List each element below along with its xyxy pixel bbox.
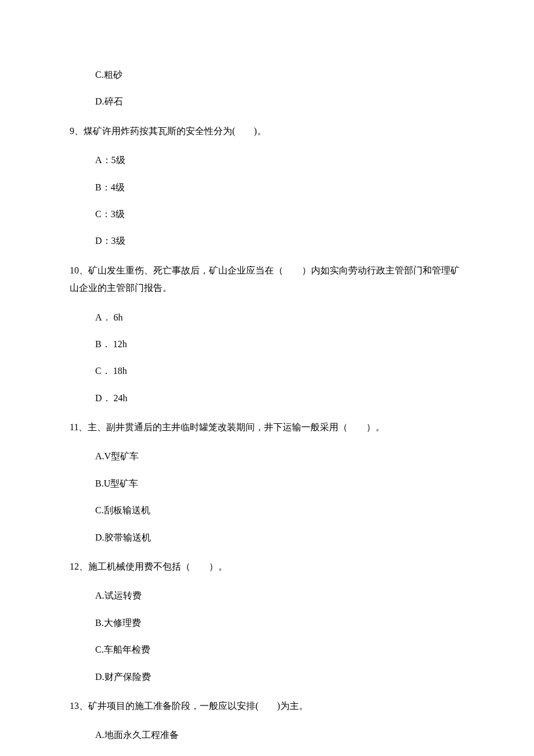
question-9-option-a: A：5级 bbox=[70, 154, 464, 167]
question-10-option-d: D． 24h bbox=[70, 392, 464, 405]
question-12-option-a: A.试运转费 bbox=[70, 589, 464, 602]
question-12-option-c: C.车船年检费 bbox=[70, 643, 464, 656]
question-11-option-b: B.U型矿车 bbox=[70, 477, 464, 490]
question-10-option-c: C． 18h bbox=[70, 365, 464, 377]
question-8-option-d: D.碎石 bbox=[70, 95, 464, 108]
question-9-option-b: B：4级 bbox=[70, 181, 464, 194]
question-12-option-d: D.财产保险费 bbox=[70, 671, 464, 683]
question-9-option-c: C：3级 bbox=[70, 208, 464, 221]
question-9-option-d: D：3级 bbox=[70, 235, 464, 247]
question-10-option-a: A． 6h bbox=[70, 311, 464, 324]
question-9-text: 9、煤矿许用炸药按其瓦斯的安全性分为( )。 bbox=[70, 123, 464, 140]
question-11-option-c: C.刮板输送机 bbox=[70, 504, 464, 517]
question-11-option-a: A.V型矿车 bbox=[70, 450, 464, 463]
question-10-option-b: B． 12h bbox=[70, 338, 464, 351]
question-8-option-c: C.粗砂 bbox=[70, 69, 464, 81]
question-10-text: 10、矿山发生重伤、死亡事故后，矿山企业应当在（ ）内如实向劳动行政主管部门和管… bbox=[70, 262, 464, 297]
question-11-text: 11、主、副井贯通后的主井临时罐笼改装期间，井下运输一般采用（ ）。 bbox=[70, 419, 464, 436]
document-page: C.粗砂 D.碎石 9、煤矿许用炸药按其瓦斯的安全性分为( )。 A：5级 B：… bbox=[0, 0, 534, 756]
question-13-option-a: A.地面永久工程准备 bbox=[70, 729, 464, 741]
question-12-option-b: B.大修理费 bbox=[70, 617, 464, 629]
question-11-option-d: D.胶带输送机 bbox=[70, 531, 464, 544]
question-13-text: 13、矿井项目的施工准备阶段，一般应以安排( )为主。 bbox=[70, 697, 464, 715]
question-12-text: 12、施工机械使用费不包括（ ）。 bbox=[70, 558, 464, 575]
